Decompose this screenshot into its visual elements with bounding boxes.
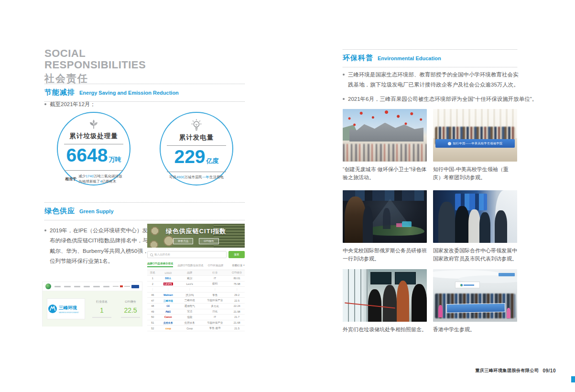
photo-green-experience: “创建无废城市 做环保小卫士”绿色体验之旅活动。: [343, 109, 427, 181]
as-of-note: 截至2021年12月；: [44, 99, 188, 109]
divider: [167, 172, 226, 172]
sanfeng-logo-icon: 三峰环境 SANFENG ENVIRONMENT: [47, 302, 85, 316]
citi-index-screenshot: 绿色供应链CITI指数 评价方法 CITI报告 输入品牌名称 搜索 品牌CITI…: [147, 224, 245, 323]
header-link-placeholder: [124, 286, 130, 287]
citi-banner-title: 绿色供应链CITI指数: [147, 227, 245, 236]
stat-number: 6648: [66, 144, 108, 167]
equivalent-label: 相当于: [65, 176, 76, 182]
ipe-logo-icon: [45, 283, 51, 289]
citi-method-button: 评价方法: [173, 238, 193, 244]
student-silhouette: [507, 308, 510, 318]
sanfeng-brand-logo: 三峰环境 SANFENG ENVIRONMENT: [47, 299, 85, 319]
wall-sign: [499, 273, 515, 276]
title-zh: 社会责任: [44, 72, 146, 85]
section-title-en: Green Supply: [79, 208, 114, 214]
stat-unit: 亿度: [206, 157, 219, 165]
green-supply-text: 2019年，在IPE（公众环境研究中心）发布的绿色供应链CITI指数品牌排名中，…: [50, 226, 149, 266]
section-header-education: 环保科普 Environmental Education: [343, 49, 517, 67]
education-paragraph-2: 2021年6月，三峰百果园公司被生态环境部评为全国“十佳环保设施开放单位”。: [343, 94, 537, 104]
bullet-dot: [44, 103, 46, 105]
score-value: 22.5: [121, 306, 140, 314]
svg-text:三峰环境: 三峰环境: [59, 305, 77, 310]
score-label: CITI得分: [121, 300, 140, 304]
guide-silhouette: [495, 210, 507, 243]
brand-logo: GE: [158, 305, 178, 307]
group-banner: 知行中国——中美高校学生领袖学院: [435, 139, 514, 148]
stat-value: 229 亿度: [174, 146, 218, 168]
table-row: 49P&G宝洁日化21.98: [147, 309, 245, 315]
table-row-ellipsis: ⋮⋮⋮⋮⋮: [147, 287, 245, 293]
title-en-line2: RESPONSIBILITIES: [44, 59, 146, 71]
photo-ndrc-delegation: 国家发改委国际合作中心带领发展中国家政府官员及市民代表到访参观。: [433, 190, 517, 262]
citi-tab-overall: 品牌CITI总体得分排名: [147, 262, 173, 267]
nav-item-placeholder: [84, 286, 90, 287]
photo-us-china-students: 知行中国——中美高校学生领袖学院 知行中国-中美高校学生领袖（重庆）考察团到访参…: [433, 109, 517, 181]
photo-russian-delegation: 中央党校国际部俄罗斯公务员研修班一行到访参观。: [343, 190, 427, 262]
stat-footnote: 相当于 减少1740万吨二氧化碳排放 为地球新栽了4亿棵树木: [65, 174, 122, 185]
as-of-text: 截至2021年12月；: [50, 99, 96, 109]
stat-number: 229: [174, 146, 205, 168]
citi-tab-brands: CITI评测品牌: [208, 264, 223, 267]
nav-item-placeholder: [103, 286, 109, 287]
search-placeholder: 输入品牌名称: [154, 253, 170, 256]
login-button-placeholder: [131, 285, 139, 288]
citi-score-stat: CITI得分 22.5: [121, 300, 140, 318]
ipe-site-header: [43, 282, 142, 291]
page-number: 09/10: [542, 368, 556, 373]
table-row: 52coopCoop零售·超市21.5: [147, 326, 245, 331]
title-en-line1: SOCIAL: [44, 48, 146, 59]
photo-caption: 外宾们在垃圾储坑处争相拍照留念。: [343, 326, 427, 334]
stat-footnote: 可供4900万城市居民一年生活用电: [169, 175, 224, 180]
divider: [64, 170, 123, 171]
stat-unit: 万吨: [108, 155, 121, 164]
placeholder-text-bar: [121, 317, 140, 318]
section-title-en: Energy Saving and Emission Reduction: [79, 90, 179, 96]
industry-rank-stat: 行业排名 1: [92, 300, 111, 318]
ipe-website-screenshot: 三峰环境 SANFENG ENVIRONMENT 行业排名 1 CITI得分 2…: [42, 282, 142, 327]
nav-item-placeholder: [64, 286, 70, 287]
stat-label: 累计发电量: [179, 133, 214, 142]
table-row: 51北控水务北控水务节能环保产业21.68: [147, 320, 245, 326]
table-row: 1DELL戴尔IT80.01: [147, 276, 245, 282]
sprout-icon: [87, 119, 100, 131]
brand-logo: coop: [158, 327, 178, 330]
section-title-zh: 节能减排: [44, 88, 75, 97]
table-row: 48GE通用电气多元化22.24: [147, 304, 245, 309]
education-text-1: 三峰环境是国家生态环境部、教育部授予的全国中小学环境教育社会实践基地，旗下垃圾发…: [348, 70, 523, 90]
citi-ranking-table: 排名 LOGO 品牌 行业 CITI得分 1DELL戴尔IT80.01 2LEV…: [147, 270, 245, 331]
visitor-silhouette: [438, 202, 455, 243]
section-title-en: Environmental Education: [378, 55, 441, 61]
footer-company-name: 重庆三峰环境集团股份有限公司: [475, 368, 539, 374]
search-icon: [150, 253, 153, 256]
photo-caption: 中央党校国际部俄罗斯公务员研修班一行到访参观。: [343, 247, 427, 262]
stat-circle-waste: 累计垃圾处理量 6648 万吨 相当于 减少1740万吨二氧化碳排放 为地球新栽…: [57, 112, 130, 185]
section-title-zh: 绿色供应: [44, 207, 75, 216]
photo-image: [343, 109, 427, 162]
table-row: 2LEVI'SLevi's纺织75.98: [147, 282, 245, 287]
citi-search-button: 搜索: [228, 251, 245, 258]
photo-image: [343, 269, 427, 322]
page-edge-marker: [571, 376, 575, 382]
visitor-silhouette: [455, 206, 469, 243]
scale-model-shape: [365, 225, 424, 236]
window-frames-overlay: [343, 269, 368, 322]
rank-label: 行业排名: [92, 300, 111, 304]
section-title-zh: 环保科普: [343, 54, 373, 63]
bullet-dot: [44, 229, 46, 231]
education-paragraph-1: 三峰环境是国家生态环境部、教育部授予的全国中小学环境教育社会实践基地，旗下垃圾发…: [343, 70, 523, 90]
nav-item-placeholder: [54, 286, 61, 287]
stat-label: 累计垃圾处理量: [69, 132, 118, 141]
photo-image: [433, 190, 517, 243]
photo-waste-pit-visitors: 外宾们在垃圾储坑处争相拍照留念。: [343, 269, 427, 334]
nav-item-placeholder: [93, 286, 99, 287]
brand-logo: 北控水务: [158, 321, 178, 324]
bulb-icon: [190, 119, 203, 132]
table-header-row: 排名 LOGO 品牌 行业 CITI得分: [147, 270, 245, 276]
photo-caption: 知行中国-中美高校学生领袖（重庆）考察团到访参观。: [433, 165, 517, 181]
language-flag-icon: [120, 285, 123, 287]
table-row: 46Walmart沃尔玛零售29.2: [147, 293, 245, 298]
photo-caption: 国家发改委国际合作中心带领发展中国家政府官员及市民代表到访参观。: [433, 247, 517, 262]
footnote-line2: 为地球新栽了4亿棵树木: [78, 179, 122, 185]
stat-value: 6648 万吨: [66, 144, 121, 167]
crowd-overlay: [343, 144, 427, 162]
